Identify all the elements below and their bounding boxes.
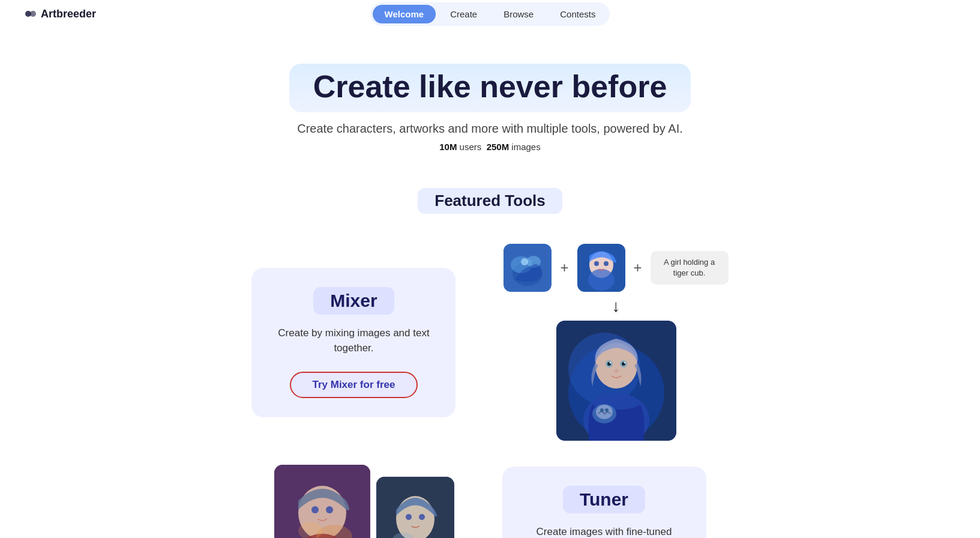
char2-art	[376, 477, 454, 538]
anime-girl-art	[577, 244, 625, 292]
tuner-demo-images	[274, 465, 454, 538]
mixer-output-image	[556, 321, 676, 441]
mixer-input-image-2	[577, 244, 625, 292]
stat-images-label: images	[509, 142, 541, 152]
stat-users-label: users	[457, 142, 481, 152]
svg-point-27	[605, 408, 609, 412]
plus-sign-1: +	[560, 259, 568, 276]
tuner-card: Tuner Create images with fine-tuned cont…	[502, 467, 706, 538]
tuner-demo	[274, 465, 454, 538]
hero-section: Create like never before Create characte…	[0, 28, 980, 164]
svg-point-11	[604, 261, 609, 266]
svg-point-32	[326, 506, 333, 513]
tiger-girl-art	[556, 321, 676, 441]
logo-text: Artbreeder	[41, 8, 96, 20]
hero-title-box: Create like never before	[289, 64, 691, 112]
tuner-tool-row: Tuner Create images with fine-tuned cont…	[0, 465, 980, 538]
plus-sign-2: +	[634, 259, 642, 276]
svg-point-10	[594, 261, 599, 266]
try-mixer-button[interactable]: Try Mixer for free	[290, 372, 418, 398]
featured-title: Featured Tools	[418, 188, 562, 214]
svg-point-38	[406, 514, 412, 520]
nav-tabs: Welcome Create Browse Contests	[370, 2, 610, 26]
nav-tab-welcome[interactable]: Welcome	[373, 5, 436, 23]
svg-point-22	[614, 369, 619, 373]
character-image-1	[274, 465, 370, 538]
mixer-description: Create by mixing images and text togethe…	[275, 325, 431, 356]
mixer-input-image-1	[504, 244, 552, 292]
nav-tab-contests[interactable]: Contests	[548, 5, 607, 23]
nav-tab-browse[interactable]: Browse	[492, 5, 546, 23]
anime-girl-image	[577, 244, 625, 292]
svg-point-21	[624, 362, 625, 364]
mixer-text-prompt: A girl holding a tiger cub.	[651, 251, 729, 285]
svg-point-31	[311, 506, 319, 513]
svg-point-39	[419, 514, 425, 520]
mixer-demo-inputs: + + A girl holding a tiger	[504, 244, 728, 292]
hero-heading: Create like never before	[313, 70, 667, 104]
tiger-girl-image	[556, 321, 676, 441]
arrow-down-icon: ↓	[612, 298, 621, 315]
featured-section: Featured Tools	[0, 164, 980, 244]
blue-dragon-art	[504, 244, 552, 292]
logo-icon	[24, 7, 37, 20]
stat-images-number: 250M	[487, 142, 510, 152]
svg-point-25	[596, 405, 613, 419]
svg-point-1	[30, 11, 36, 17]
svg-point-6	[521, 258, 528, 265]
navbar: Artbreeder Welcome Create Browse Contest…	[0, 0, 980, 28]
character-image-2	[376, 477, 454, 538]
tuner-title: Tuner	[580, 489, 628, 510]
mixer-tool-row: Mixer Create by mixing images and text t…	[0, 244, 980, 465]
logo[interactable]: Artbreeder	[24, 7, 96, 20]
mixer-card: Mixer Create by mixing images and text t…	[251, 268, 455, 417]
hero-subtitle: Create characters, artworks and more wit…	[12, 122, 968, 136]
nav-tab-create[interactable]: Create	[438, 5, 489, 23]
char1-art	[274, 465, 370, 538]
mixer-title: Mixer	[330, 291, 377, 311]
svg-point-9	[588, 269, 615, 291]
mixer-demo: + + A girl holding a tiger	[504, 244, 728, 441]
tuner-title-wrapper: Tuner	[563, 486, 645, 513]
svg-point-20	[609, 362, 611, 364]
blue-dragon-image	[504, 244, 552, 292]
mixer-title-wrapper: Mixer	[313, 287, 394, 315]
hero-stats: 10M users 250M images	[12, 142, 968, 152]
stat-users-number: 10M	[439, 142, 457, 152]
tuner-description: Create images with fine-tuned control.	[526, 524, 682, 538]
